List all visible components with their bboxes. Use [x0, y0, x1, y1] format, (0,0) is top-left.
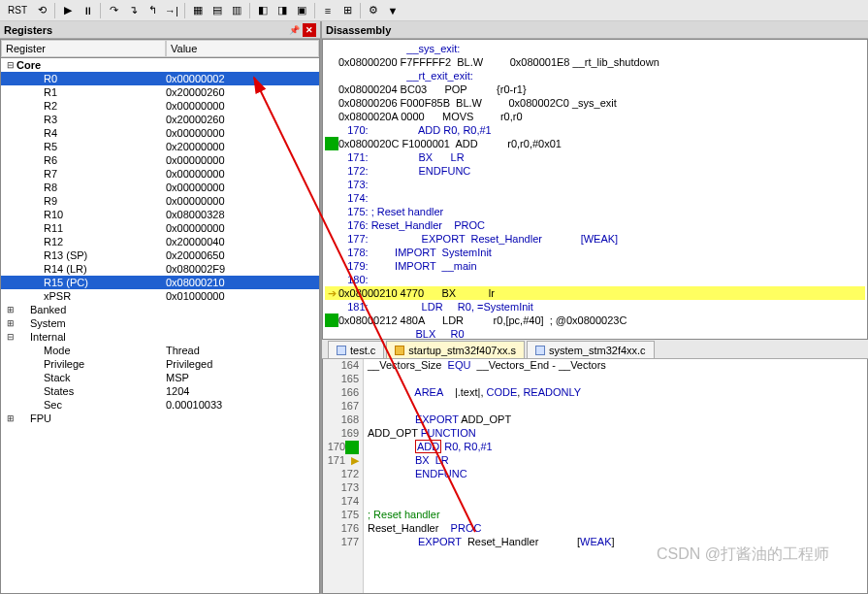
rst-label: RST	[4, 5, 31, 16]
registers-title: Registers	[4, 24, 52, 36]
step-into-icon[interactable]: ↴	[124, 2, 142, 19]
source-editor[interactable]: 164165166167168169170171▶172173174175176…	[322, 359, 868, 594]
disassembly-view[interactable]: __sys_exit:0x08000200 F7FFFFF2 BL.W 0x08…	[322, 39, 868, 340]
toolbar-btn[interactable]: ⚙	[365, 2, 382, 19]
toolbar-btn[interactable]: ⟲	[33, 2, 50, 19]
toolbar-btn[interactable]: ⊞	[338, 2, 356, 19]
main-toolbar: RST ⟲ ▶ ⏸ ↷ ↴ ↰ →| ▦ ▤ ▥ ◧ ◨ ▣ ≡ ⊞ ⚙ ▼	[0, 0, 868, 21]
registers-header: Registers 📌 ✕	[0, 21, 320, 39]
register-grid-header: Register Value	[0, 39, 320, 57]
registers-panel: Registers 📌 ✕ Register Value ⊟CoreR00x00…	[0, 21, 322, 594]
tab-startup-s[interactable]: startup_stm32f407xx.s	[386, 341, 525, 358]
col-value[interactable]: Value	[166, 40, 319, 57]
run-to-icon[interactable]: →|	[163, 2, 180, 19]
toolbar-btn[interactable]: ◨	[273, 2, 291, 19]
tab-test-c[interactable]: test.c	[328, 341, 384, 358]
source-tabs: test.c startup_stm32f407xx.s system_stm3…	[322, 340, 868, 359]
toolbar-btn[interactable]: ▶	[59, 2, 77, 19]
toolbar-btn[interactable]: ▥	[228, 2, 245, 19]
disassembly-header: Disassembly	[322, 21, 868, 39]
toolbar-btn[interactable]: ▣	[293, 2, 310, 19]
step-out-icon[interactable]: ↰	[144, 2, 161, 19]
toolbar-btn[interactable]: ▼	[384, 2, 402, 19]
toolbar-btn[interactable]: ≡	[319, 2, 337, 19]
toolbar-btn[interactable]: ▤	[209, 2, 226, 19]
col-register[interactable]: Register	[1, 40, 166, 57]
register-tree[interactable]: ⊟CoreR00x00000002R10x20000260R20x0000000…	[0, 57, 320, 594]
close-icon[interactable]: ✕	[303, 23, 316, 37]
file-icon	[535, 346, 545, 355]
disassembly-title: Disassembly	[326, 24, 391, 36]
file-icon	[395, 346, 404, 355]
toolbar-btn[interactable]: ◧	[254, 2, 272, 19]
step-over-icon[interactable]: ↷	[105, 2, 122, 19]
tab-system-c[interactable]: system_stm32f4xx.c	[527, 341, 655, 358]
toolbar-btn[interactable]: ⏸	[79, 2, 96, 19]
file-icon	[337, 346, 346, 355]
pin-icon[interactable]: 📌	[287, 23, 301, 37]
toolbar-btn[interactable]: ▦	[189, 2, 207, 19]
